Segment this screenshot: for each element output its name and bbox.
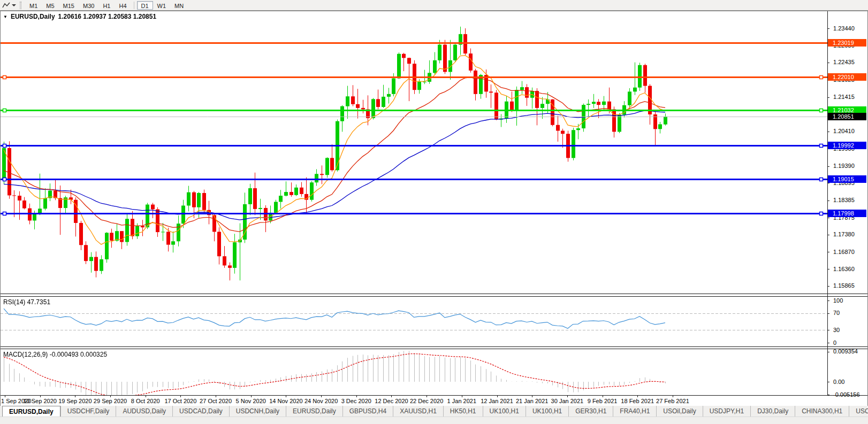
date-axis-label: 1 Jan 2021 [447, 398, 476, 404]
chart-tab-gbpusd-h4[interactable]: GBPUSD,H4 [342, 406, 393, 417]
chart-tab-eurusd-daily[interactable]: EURUSD,Daily [2, 406, 60, 417]
rsi-canvas[interactable] [1, 297, 827, 346]
chart-tab-usdjpy-h1[interactable]: USDJPY,H1 [703, 406, 750, 417]
chart-tab-china300-h1[interactable]: CHINA300,H1 [795, 406, 849, 417]
timeframe-button-h4[interactable]: H4 [115, 1, 131, 10]
date-axis-label: 18 Feb 2021 [621, 398, 654, 404]
macd-axis-tick [827, 382, 829, 382]
date-axis-tick [216, 396, 216, 397]
date-axis-tick [251, 396, 252, 397]
timeframe-button-m1[interactable]: M1 [25, 1, 42, 10]
date-axis-label: 17 Oct 2020 [164, 398, 196, 404]
chart-tab-uk100-h1[interactable]: UK100,H1 [483, 406, 526, 417]
price-axis-tick [827, 269, 829, 269]
chart-tab-bar: EURUSD,DailyUSDCHF,DailyAUDUSD,DailyUSDC… [0, 406, 868, 417]
timeframe-button-m30[interactable]: M30 [79, 1, 98, 10]
date-axis-tick [356, 396, 357, 397]
macd-axis-label: 0.00 [833, 379, 844, 386]
chevron-down-icon[interactable] [12, 4, 16, 6]
price-line-badge: 1.23019 [828, 39, 866, 47]
price-axis-tick [827, 218, 829, 218]
date-axis-tick [321, 396, 322, 397]
rsi-axis-tick [827, 330, 829, 330]
date-axis-tick [427, 396, 427, 397]
chart-tab-xauusd-h1[interactable]: XAUUSD,H1 [393, 406, 443, 417]
price-line-badge: 1.17998 [828, 210, 866, 217]
date-axis-label: 24 Nov 2020 [304, 398, 338, 404]
date-axis-label: 14 Nov 2020 [269, 398, 302, 404]
date-axis-tick [603, 396, 603, 397]
chart-collapse-icon[interactable]: ▼ [3, 14, 7, 19]
chart-window: ▼ EURUSD,Daily 1.20616 1.20937 1.20583 1… [0, 11, 868, 407]
price-axis-label: 1.16360 [833, 266, 855, 273]
timeframe-button-d1[interactable]: D1 [137, 1, 153, 10]
price-axis-label: 1.15865 [833, 282, 855, 289]
date-axis-tick [391, 396, 392, 397]
rsi-axis-tick [827, 313, 829, 314]
rsi-axis-tick [827, 300, 829, 301]
price-axis-tick [827, 97, 829, 98]
date-axis-label: 12 Jan 2021 [481, 398, 513, 404]
date-axis-label: 5 Nov 2020 [236, 398, 266, 404]
timeframe-button-w1[interactable]: W1 [153, 1, 171, 10]
rsi-axis-label: 100 [833, 297, 843, 304]
rsi-axis-label: 0 [833, 340, 836, 346]
macd-axis-label: 0.009354 [833, 348, 858, 355]
macd-pane: MACD(12,26,9) -0.000493 0.000325 [1, 349, 867, 396]
chart-tab-dj30-daily[interactable]: DJ30,Daily [750, 406, 795, 417]
chart-tab-hk50-h1[interactable]: HK50,H1 [443, 406, 483, 417]
date-axis-tick [110, 396, 111, 397]
chart-tool-button[interactable] [1, 1, 17, 10]
date-axis-tick [146, 396, 146, 397]
timeframe-button-mn[interactable]: MN [170, 1, 188, 10]
top-toolbar: M1M5M15M30H1H4D1W1MN [0, 0, 868, 11]
chart-tab-usoil[interactable]: USOil, [849, 406, 868, 417]
date-axis-label: 27 Feb 2021 [656, 398, 689, 404]
rsi-axis-label: 30 [833, 327, 840, 334]
price-axis-tick [827, 252, 829, 252]
date-axis-label: 30 Jan 2021 [551, 398, 584, 404]
rsi-pane: RSI(14) 47.7351 [1, 296, 867, 347]
price-line-badge: 1.22010 [828, 73, 866, 81]
chart-line-icon [2, 2, 11, 9]
date-axis[interactable]: 1 Sep 202010 Sep 202019 Sep 202029 Sep 2… [1, 396, 867, 405]
price-axis-label: 1.22435 [833, 59, 855, 66]
macd-label: MACD(12,26,9) -0.000493 0.000325 [3, 351, 107, 358]
date-axis-label: 9 Feb 2021 [588, 398, 618, 404]
price-axis-label: 1.17380 [833, 231, 855, 238]
price-line-badge: 1.19992 [828, 142, 866, 149]
date-axis-tick [673, 396, 673, 397]
chart-tab-eurusd-daily[interactable]: EURUSD,Daily [286, 406, 342, 417]
price-axis-label: 1.20410 [833, 128, 855, 135]
chart-tab-usdcad-daily[interactable]: USDCAD,Daily [172, 406, 229, 417]
main-chart-pane: ▼ EURUSD,Daily 1.20616 1.20937 1.20583 1… [1, 11, 867, 294]
chart-tab-usdcnh-daily[interactable]: USDCNH,Daily [229, 406, 286, 417]
date-axis-tick [567, 396, 568, 397]
chart-tab-fra40-h1[interactable]: FRA40,H1 [613, 406, 656, 417]
timeframe-button-m5[interactable]: M5 [42, 1, 58, 10]
timeframe-button-h1[interactable]: H1 [98, 1, 115, 10]
macd-axis-label: -0.005156 [833, 391, 860, 398]
price-axis-label: 1.19390 [833, 163, 855, 169]
price-axis-tick [827, 183, 829, 183]
date-axis-tick [40, 396, 41, 397]
timeframe-button-m15[interactable]: M15 [59, 1, 79, 10]
date-axis-tick [286, 396, 286, 397]
rsi-label: RSI(14) 47.7351 [3, 298, 50, 306]
price-line-badge: 1.19015 [828, 175, 866, 183]
main-chart-canvas[interactable] [1, 11, 827, 294]
date-axis-tick [497, 396, 498, 397]
chart-tab-ger30-h1[interactable]: GER30,H1 [568, 406, 613, 417]
price-axis-label: 1.21415 [833, 94, 855, 101]
chart-tab-usdchf-daily[interactable]: USDCHF,Daily [60, 406, 116, 417]
macd-axis-tick [827, 395, 829, 395]
chart-tab-uk100-h1[interactable]: UK100,H1 [526, 406, 568, 417]
status-strip [0, 417, 868, 424]
macd-canvas[interactable] [1, 349, 827, 395]
price-axis-tick [827, 235, 829, 235]
chart-ohlc: 1.20616 1.20937 1.20583 1.20851 [58, 13, 157, 20]
chart-tab-audusd-daily[interactable]: AUDUSD,Daily [116, 406, 172, 417]
rsi-axis-tick [827, 343, 829, 343]
chart-tab-usoil-daily[interactable]: USOil,Daily [656, 406, 702, 417]
date-axis-tick [180, 396, 181, 397]
